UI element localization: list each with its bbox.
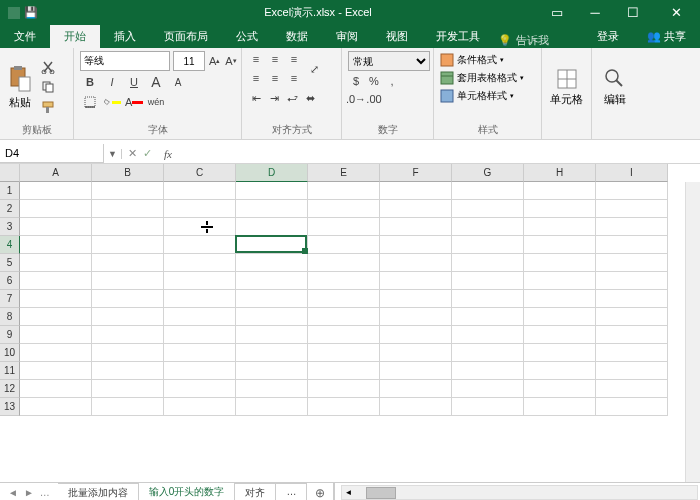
login-link[interactable]: 登录 — [583, 25, 633, 48]
cut-button[interactable] — [38, 58, 58, 76]
align-center-button[interactable]: ≡ — [267, 70, 283, 86]
cell[interactable] — [452, 272, 524, 290]
cell[interactable] — [380, 272, 452, 290]
cell[interactable] — [452, 200, 524, 218]
font-color-button[interactable]: A — [124, 93, 144, 111]
font-big-a[interactable]: A — [146, 73, 166, 91]
font-size-input[interactable] — [173, 51, 205, 71]
row-header[interactable]: 3 — [0, 218, 20, 236]
cell[interactable] — [380, 218, 452, 236]
cell[interactable] — [92, 290, 164, 308]
cell[interactable] — [596, 200, 668, 218]
cell[interactable] — [596, 380, 668, 398]
cell[interactable] — [164, 380, 236, 398]
cell[interactable] — [236, 380, 308, 398]
select-all-corner[interactable] — [0, 164, 20, 182]
cell[interactable] — [236, 326, 308, 344]
tab-insert[interactable]: 插入 — [100, 25, 150, 48]
cell-styles-button[interactable]: 单元格样式▾ — [440, 89, 535, 103]
align-top-button[interactable]: ≡ — [248, 51, 264, 67]
row-header[interactable]: 12 — [0, 380, 20, 398]
cell[interactable] — [20, 272, 92, 290]
row-header[interactable]: 6 — [0, 272, 20, 290]
row-header[interactable]: 10 — [0, 344, 20, 362]
cell[interactable] — [308, 290, 380, 308]
cell[interactable] — [380, 290, 452, 308]
font-small-a[interactable]: A — [168, 73, 188, 91]
cell[interactable] — [236, 254, 308, 272]
column-header[interactable]: A — [20, 164, 92, 182]
cell[interactable] — [92, 200, 164, 218]
tab-data[interactable]: 数据 — [272, 25, 322, 48]
cell[interactable] — [20, 398, 92, 416]
cell[interactable] — [164, 290, 236, 308]
copy-button[interactable] — [38, 78, 58, 96]
maximize-button[interactable]: ☐ — [614, 0, 652, 25]
sheet-nav-menu[interactable]: … — [40, 487, 50, 498]
cell[interactable] — [164, 344, 236, 362]
row-header[interactable]: 5 — [0, 254, 20, 272]
add-sheet-button[interactable]: ⊕ — [307, 484, 333, 501]
sheet-nav-prev[interactable]: ◄ — [8, 487, 18, 498]
cell[interactable] — [236, 362, 308, 380]
cells-button[interactable]: 单元格 — [548, 66, 585, 109]
cancel-formula-button[interactable]: ✕ — [128, 147, 137, 160]
cell[interactable] — [380, 326, 452, 344]
percent-button[interactable]: % — [366, 73, 382, 89]
cell[interactable] — [380, 380, 452, 398]
tab-home[interactable]: 开始 — [50, 25, 100, 48]
cell[interactable] — [20, 344, 92, 362]
minimize-button[interactable]: ─ — [576, 0, 614, 25]
cell[interactable] — [380, 200, 452, 218]
column-header[interactable]: D — [236, 164, 308, 182]
cell[interactable] — [308, 362, 380, 380]
align-right-button[interactable]: ≡ — [286, 70, 302, 86]
row-header[interactable]: 11 — [0, 362, 20, 380]
cell[interactable] — [164, 236, 236, 254]
cell[interactable] — [308, 272, 380, 290]
cell[interactable] — [92, 272, 164, 290]
cell[interactable] — [20, 254, 92, 272]
cell[interactable] — [308, 254, 380, 272]
cell[interactable] — [524, 236, 596, 254]
bold-button[interactable]: B — [80, 73, 100, 91]
cell[interactable] — [524, 254, 596, 272]
cell[interactable] — [524, 362, 596, 380]
cell[interactable] — [380, 362, 452, 380]
cell[interactable] — [308, 344, 380, 362]
row-header[interactable]: 1 — [0, 182, 20, 200]
cell[interactable] — [164, 398, 236, 416]
cell[interactable] — [92, 236, 164, 254]
cell[interactable] — [308, 326, 380, 344]
currency-button[interactable]: $ — [348, 73, 364, 89]
cell[interactable] — [380, 308, 452, 326]
cell[interactable] — [524, 290, 596, 308]
increase-indent-button[interactable]: ⇥ — [266, 90, 282, 106]
vertical-scrollbar[interactable] — [685, 182, 700, 482]
cell[interactable] — [596, 398, 668, 416]
fx-label[interactable]: fx — [158, 148, 178, 160]
cell[interactable] — [596, 218, 668, 236]
cell[interactable] — [92, 218, 164, 236]
tab-page-layout[interactable]: 页面布局 — [150, 25, 222, 48]
cell[interactable] — [164, 218, 236, 236]
row-header[interactable]: 2 — [0, 200, 20, 218]
cell[interactable] — [236, 182, 308, 200]
cell[interactable] — [452, 182, 524, 200]
comma-button[interactable]: , — [384, 73, 400, 89]
cell[interactable] — [20, 218, 92, 236]
cell[interactable] — [20, 236, 92, 254]
cell[interactable] — [452, 236, 524, 254]
column-header[interactable]: B — [92, 164, 164, 182]
cell[interactable] — [20, 308, 92, 326]
fill-color-button[interactable] — [102, 93, 122, 111]
row-header[interactable]: 9 — [0, 326, 20, 344]
sheet-tab-2[interactable]: 输入0开头的数字 — [139, 482, 236, 500]
cell[interactable] — [524, 380, 596, 398]
cell[interactable] — [164, 362, 236, 380]
tab-developer[interactable]: 开发工具 — [422, 25, 494, 48]
cell[interactable] — [308, 218, 380, 236]
cell[interactable] — [20, 326, 92, 344]
scroll-thumb[interactable] — [366, 487, 396, 499]
cell[interactable] — [596, 326, 668, 344]
